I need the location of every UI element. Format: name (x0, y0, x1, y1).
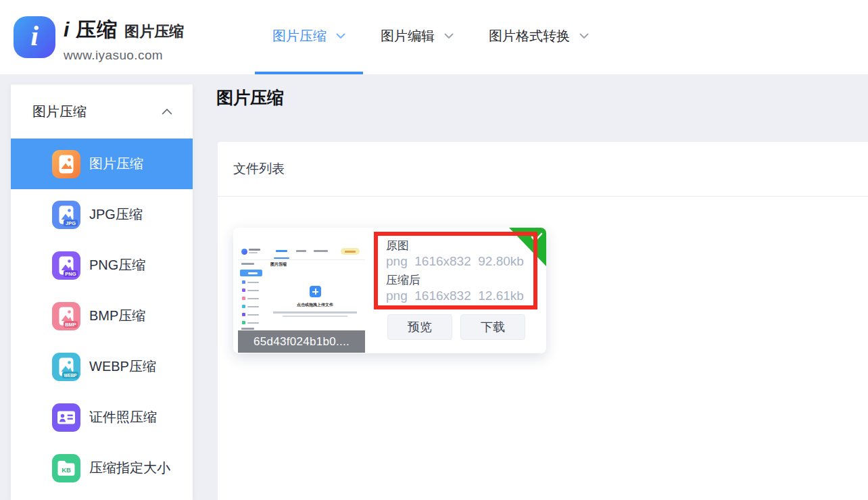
sidebar-group-image-compress[interactable]: 图片压缩 (11, 84, 193, 139)
mini-label (247, 298, 259, 299)
mini-sidebar-group (241, 263, 254, 265)
sidebar-item-webp-compress[interactable]: WEBP WEBP压缩 (11, 341, 193, 392)
mini-upload-hint: 点击或拖拽上传文件 (265, 302, 365, 308)
sidebar-item-label: JPG压缩 (89, 205, 143, 224)
thumbnail-mini-screenshot: 图片压缩 点击或拖拽上传文件 (238, 245, 365, 329)
sidebar-item-label: 证件照压缩 (89, 408, 157, 426)
panel-title: 文件列表 (233, 160, 285, 178)
mini-icon (242, 280, 245, 284)
sidebar-item-image-compress[interactable]: 图片压缩 (11, 139, 193, 189)
svg-text:BMP: BMP (65, 321, 76, 327)
nav-tab-image-compress[interactable]: 图片压缩 (255, 0, 363, 74)
mini-icon (242, 321, 245, 324)
original-label: 原图 (386, 239, 533, 253)
page-title: 图片压缩 (216, 86, 284, 109)
mini-page-title: 图片压缩 (270, 261, 287, 268)
mini-label (247, 322, 259, 324)
compressed-label: 压缩后 (386, 273, 533, 288)
brand-name: 压缩 (76, 16, 118, 44)
brand-prefix: i (64, 18, 69, 41)
sidebar-item-label: WEBP压缩 (89, 357, 156, 376)
app-header: i i 压缩 图片压缩 www.iyasuo.com 图片压缩 图片编辑 图片格… (0, 0, 868, 74)
logo-i-icon: i (14, 16, 55, 58)
mini-logo-text (249, 249, 260, 251)
mini-label (247, 314, 259, 316)
file-info-highlight-box: 原图 png 1616x832 92.80kb 压缩后 png 1616x832… (374, 232, 537, 309)
svg-text:WEBP: WEBP (64, 372, 77, 377)
mini-nav-active (276, 250, 287, 252)
top-nav: 图片压缩 图片编辑 图片格式转换 (255, 0, 606, 74)
sidebar-item-label: 图片压缩 (89, 155, 143, 173)
svg-text:JPG: JPG (66, 220, 76, 226)
mini-nav-item (314, 250, 328, 252)
sidebar-item-id-photo-compress[interactable]: 证件照压缩 (11, 392, 193, 443)
mini-label (247, 290, 259, 291)
mini-sidebar-active (240, 270, 262, 276)
file-thumbnail[interactable]: 图片压缩 点击或拖拽上传文件 65d43f024b1b0.... (238, 228, 365, 353)
sidebar-item-label: PNG压缩 (89, 256, 145, 274)
file-card: 图片压缩 点击或拖拽上传文件 65d43f024b1b0.... 原图 png … (233, 228, 546, 353)
mini-action-pill (341, 248, 360, 255)
nav-tab-label: 图片编辑 (381, 27, 435, 45)
mini-sidebar (238, 260, 265, 329)
chevron-down-icon (336, 33, 345, 39)
preview-button[interactable]: 预览 (387, 314, 452, 340)
nav-tab-label: 图片压缩 (272, 27, 327, 45)
mini-text-line (283, 316, 347, 317)
mini-logo-icon (241, 249, 247, 255)
webp-compress-icon: WEBP (52, 353, 80, 381)
chevron-down-icon (444, 33, 454, 39)
mini-logo-url (249, 252, 258, 253)
image-compress-icon (52, 150, 80, 178)
logo-text: i 压缩 图片压缩 www.iyasuo.com (64, 16, 184, 63)
sidebar-item-label: 压缩指定大小 (89, 459, 170, 477)
bmp-compress-icon: BMP (52, 302, 80, 330)
chevron-up-icon (162, 108, 172, 115)
site-logo[interactable]: i i 压缩 图片压缩 www.iyasuo.com (14, 16, 184, 63)
svg-text:KB: KB (62, 466, 71, 473)
sidebar-item-compress-to-size[interactable]: KB 压缩指定大小 (11, 443, 193, 493)
mini-icon (242, 289, 245, 292)
chevron-down-icon (579, 33, 589, 39)
mini-icon (242, 313, 245, 316)
mini-active-label (248, 272, 258, 274)
site-url: www.iyasuo.com (64, 48, 184, 63)
mini-label (247, 282, 259, 283)
nav-tab-format-convert[interactable]: 图片格式转换 (471, 0, 606, 74)
panel-header: 文件列表 (218, 142, 868, 197)
brand-subtitle: 图片压缩 (124, 22, 184, 42)
mini-text-line (273, 311, 357, 314)
mini-icon (242, 305, 245, 308)
mini-sidebar-group (241, 328, 254, 330)
nav-tab-image-edit[interactable]: 图片编辑 (363, 0, 471, 74)
kb-folder-icon: KB (52, 454, 80, 482)
sidebar-item-png-compress[interactable]: PNG PNG压缩 (11, 240, 193, 291)
sidebar-group-label: 图片压缩 (32, 103, 87, 121)
mini-upload-plus-icon (310, 286, 321, 297)
download-button[interactable]: 下载 (460, 314, 525, 340)
svg-text:PNG: PNG (65, 270, 76, 276)
jpg-compress-icon: JPG (52, 201, 80, 229)
png-compress-icon: PNG (52, 251, 80, 280)
mini-icon (242, 297, 245, 300)
file-list-panel: 文件列表 (218, 142, 868, 500)
sidebar-item-bmp-compress[interactable]: BMP BMP压缩 (11, 291, 193, 341)
sidebar-item-label: BMP压缩 (89, 307, 145, 325)
mini-nav-underline (274, 257, 289, 259)
nav-tab-label: 图片格式转换 (489, 27, 570, 45)
compressed-info: png 1616x832 12.61kb (386, 288, 533, 304)
mini-header (238, 245, 365, 259)
sidebar-item-jpg-compress[interactable]: JPG JPG压缩 (11, 189, 193, 240)
id-photo-icon (52, 403, 80, 432)
original-info: png 1616x832 92.80kb (386, 253, 533, 270)
mini-nav-item (296, 250, 306, 252)
mini-label (247, 306, 259, 307)
file-name: 65d43f024b1b0.... (238, 330, 365, 353)
sidebar: 图片压缩 图片压缩 JPG JPG压缩 (11, 84, 193, 500)
